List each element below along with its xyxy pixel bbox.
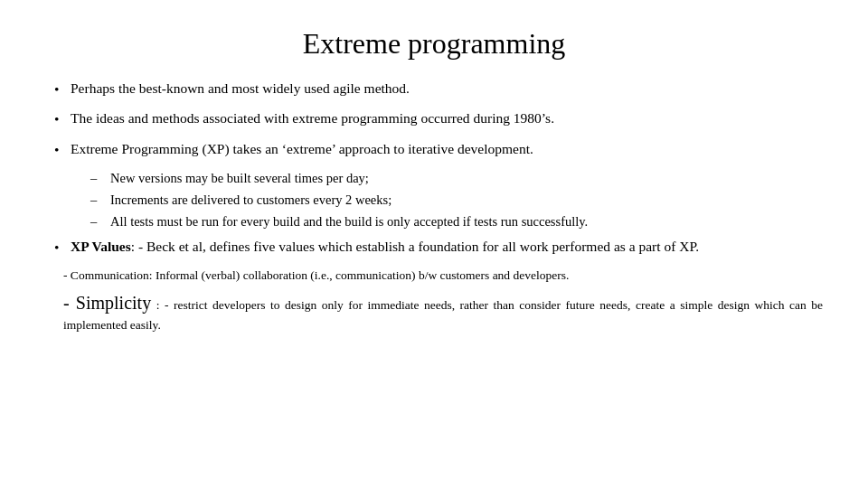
sub-bullet-1: – New versions may be built several time… [90,169,823,188]
bullet-item-3: • Extreme Programming (XP) takes an ‘ext… [45,139,823,160]
sub-text-1: New versions may be built several times … [110,169,823,188]
sub-dash-1: – [90,169,110,188]
xp-values-text: XP Values: - Beck et al, defines five va… [71,237,823,257]
bullet-item-2: • The ideas and methods associated with … [45,108,823,129]
communication-text: Informal (verbal) collaboration (i.e., c… [156,268,569,282]
communication-label: - Communication: [63,268,156,282]
bullet-text-2: The ideas and methods associated with ex… [71,108,823,128]
xp-values-rest: : - Beck et al, defines five values whic… [131,239,699,254]
simplicity-colon: : - restrict developers to design only f… [63,298,823,332]
sub-text-3: All tests must be run for every build an… [110,212,823,231]
sub-dash-3: – [90,212,110,231]
simplicity-label: - Simplicity [63,293,151,313]
bullet-item-1: • Perhaps the best-known and most widely… [45,79,823,99]
sub-bullet-2: – Increments are delivered to customers … [90,191,823,210]
xp-values-item: • XP Values: - Beck et al, defines five … [45,237,823,258]
simplicity-block: - Simplicity : - restrict developers to … [45,290,823,334]
sub-bullet-3: – All tests must be run for every build … [90,212,823,231]
sub-text-2: Increments are delivered to customers ev… [110,191,823,210]
sub-bullets: – New versions may be built several time… [45,169,823,231]
bullet-dot-1: • [54,79,71,99]
slide-title: Extreme programming [45,18,823,61]
bullet-text-3: Extreme Programming (XP) takes an ‘extre… [71,139,823,159]
bullet-text-1: Perhaps the best-known and most widely u… [71,79,823,99]
xp-values-bold: XP Values [71,239,131,254]
content-area: • Perhaps the best-known and most widely… [45,79,823,333]
bullet-dot-3: • [54,139,71,160]
communication-block: - Communication: Informal (verbal) colla… [45,267,823,285]
bullet-dot-2: • [54,108,71,129]
sub-dash-2: – [90,191,110,210]
bullet-dot-xp: • [54,237,71,258]
